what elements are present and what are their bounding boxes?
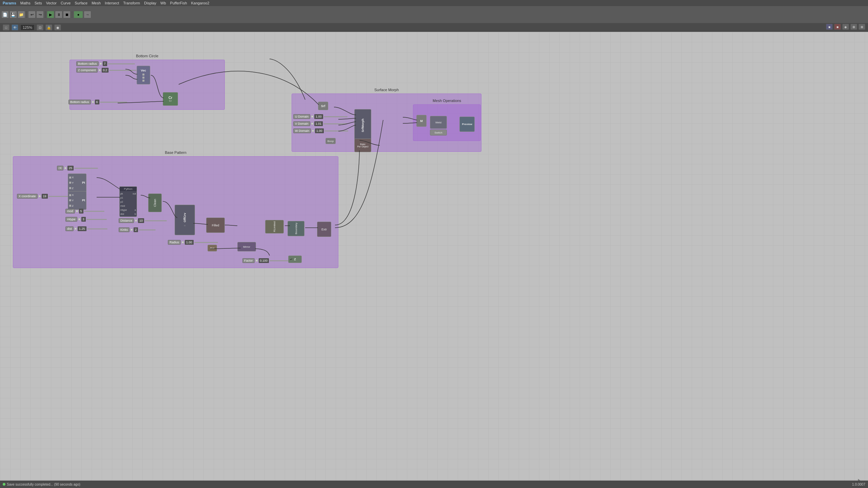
toolbar-btn-2[interactable]: 💾 (9, 11, 17, 18)
decompose-pt1[interactable]: X Y Pt Z (68, 174, 86, 192)
menu-maths[interactable]: Maths (20, 1, 31, 5)
slider-val-distance[interactable]: 10 (138, 218, 144, 223)
canvas-btn-r5[interactable]: ⊗ (859, 24, 865, 30)
slider-val-1[interactable]: 7 (103, 61, 107, 66)
clean-node[interactable]: Clean (148, 194, 162, 212)
slider-track-dist[interactable] (87, 228, 107, 229)
slider-val-3[interactable]: 6 (95, 100, 99, 104)
toolbar-btn-7[interactable]: ⏸ (55, 11, 62, 18)
slider-track-mod[interactable] (84, 211, 104, 212)
slider-track-distance[interactable] (145, 220, 167, 221)
menu-vector[interactable]: Vector (46, 1, 57, 5)
canvas-btn-r4[interactable]: ⊕ (850, 24, 857, 30)
weld-node[interactable]: Weld (430, 116, 447, 129)
slider-track-1[interactable] (108, 63, 135, 64)
decompose-pt2[interactable]: X Y Pt Z (68, 191, 86, 210)
slider-val-xcoord[interactable]: 19 (42, 194, 48, 199)
slider-z-component[interactable]: Z component 0.2 (76, 68, 136, 73)
slider-bottom-radius-top[interactable]: Bottom radius 7 (76, 61, 135, 66)
slider-u-domain[interactable]: U Domain 1.00 (293, 114, 348, 119)
slider-val-factor[interactable]: 0.100 (259, 258, 269, 263)
canvas-btn-r3[interactable]: ◈ (842, 24, 849, 30)
slider-track-w[interactable] (324, 130, 348, 131)
toolbar-btn-8[interactable]: ⏹ (63, 11, 71, 18)
canvas-btn-lock[interactable]: 🔒 (45, 24, 52, 30)
menu-display[interactable]: Display (144, 1, 156, 5)
boop-node[interactable]: Boop (326, 138, 336, 144)
menu-pufferfish[interactable]: PufferFish (170, 1, 187, 5)
rot-node[interactable]: Rot (208, 245, 217, 251)
slider-val-v[interactable]: 1.01 (314, 121, 323, 126)
boundary-node[interactable]: Boundary (288, 221, 304, 236)
slider-val-u[interactable]: 1.00 (314, 114, 323, 119)
mirror-node[interactable]: Mirror (237, 242, 256, 251)
slider-val-w[interactable]: 1.00 (315, 128, 324, 133)
filled-node[interactable]: Filled (206, 218, 225, 233)
canvas-btn-doc[interactable]: □ (3, 24, 9, 30)
slider-mtype[interactable]: mtype 3 (65, 217, 107, 222)
slider-w-domain[interactable]: W Domain 1.00 (293, 128, 348, 133)
slider-x-coord[interactable]: X coordinate 19 (17, 194, 76, 199)
rlimited-node[interactable]: RLimited (265, 220, 284, 233)
vec-node[interactable]: Vec (137, 66, 150, 84)
menu-transform[interactable]: Transform (123, 1, 140, 5)
slider-track-kinks[interactable] (139, 229, 156, 230)
toolbar-btn-4[interactable]: ↩ (28, 11, 36, 18)
slider-val-kinks[interactable]: 2 (134, 227, 138, 232)
slider-val-mtype[interactable]: 3 (81, 217, 86, 222)
toolbar-btn-5[interactable]: ↪ (36, 11, 44, 18)
srf-morph-node[interactable]: SrfMorph (354, 109, 371, 141)
menu-sets[interactable]: Sets (35, 1, 42, 5)
zoom-display[interactable]: 125% (20, 24, 35, 30)
toolbar-btn-3[interactable]: 📁 (18, 11, 25, 18)
slider-val-2[interactable]: 0.2 (102, 68, 109, 73)
mesh-node[interactable]: M (416, 115, 427, 127)
z-output-node[interactable]: Z (288, 256, 302, 263)
slider-mod[interactable]: mod 5 (65, 209, 104, 214)
preview-node[interactable]: Preview (459, 117, 475, 132)
slider-rx[interactable]: rX 25 (57, 166, 98, 170)
menu-mesh[interactable]: Mesh (92, 1, 101, 5)
canvas-btn-r2[interactable]: ■ (834, 24, 841, 30)
slider-v-domain[interactable]: V Domain 1.01 (293, 121, 347, 126)
canvas-btn-r1[interactable]: ■ (826, 24, 833, 30)
switch-node[interactable]: Switch (430, 129, 447, 136)
toolbar-btn-green[interactable]: ● (74, 11, 83, 18)
offcrv-node[interactable]: OffCrv ○ (175, 205, 195, 235)
slider-track-v[interactable] (323, 123, 347, 124)
toolbar-btn-arrow[interactable]: → (84, 11, 91, 18)
toolbar-btn-6[interactable]: ▶ (47, 11, 54, 18)
slider-bottom-radius-mid[interactable]: Bottom radius 6 (68, 100, 127, 104)
canvas-btn-preview[interactable]: 👁 (12, 24, 18, 30)
slider-kinks[interactable]: Kinks 2 (119, 227, 156, 232)
slider-val-rx[interactable]: 25 (67, 166, 74, 170)
menu-curve[interactable]: Curve (61, 1, 71, 5)
slider-distance[interactable]: Distance 10 (119, 218, 167, 223)
menu-intersect[interactable]: Intersect (105, 1, 119, 5)
app-title[interactable]: Params (3, 1, 16, 5)
menu-wb[interactable]: Wb (160, 1, 166, 5)
slider-track-u[interactable] (324, 116, 348, 117)
circle-node[interactable]: Cr Cr (163, 92, 178, 106)
canvas-btn-eye[interactable]: ◉ (54, 24, 61, 30)
extr-node[interactable]: Extr (317, 222, 331, 237)
menu-surface[interactable]: Surface (75, 1, 87, 5)
menu-kangaroo[interactable]: Kangaroo2 (191, 1, 210, 5)
slider-track-3[interactable] (100, 102, 127, 103)
slider-radius[interactable]: Radius 1.00 (168, 240, 218, 245)
srf-node[interactable]: Srf (318, 102, 328, 110)
py-port-pk: pk (120, 192, 123, 195)
slider-track-2[interactable] (109, 70, 136, 71)
slider-label-dist: dist (65, 226, 74, 231)
slider-track-mtype[interactable] (86, 219, 107, 220)
python-node[interactable]: Python pk out p1 p2 mod mtype a dist b (119, 186, 137, 217)
slider-val-dist[interactable]: 1.25 (78, 226, 86, 231)
slider-val-mod[interactable]: 5 (79, 209, 83, 214)
zoom-fit[interactable]: ⊡ (37, 24, 43, 30)
slider-track-rx[interactable] (74, 168, 98, 169)
slider-dist[interactable]: dist 1.25 (65, 226, 107, 231)
bake-per-object-node[interactable]: Bake Per Object (354, 139, 371, 152)
slider-track-radius[interactable] (194, 242, 218, 243)
toolbar-btn-1[interactable]: 📄 (1, 11, 9, 18)
slider-val-radius[interactable]: 1.00 (185, 240, 194, 245)
